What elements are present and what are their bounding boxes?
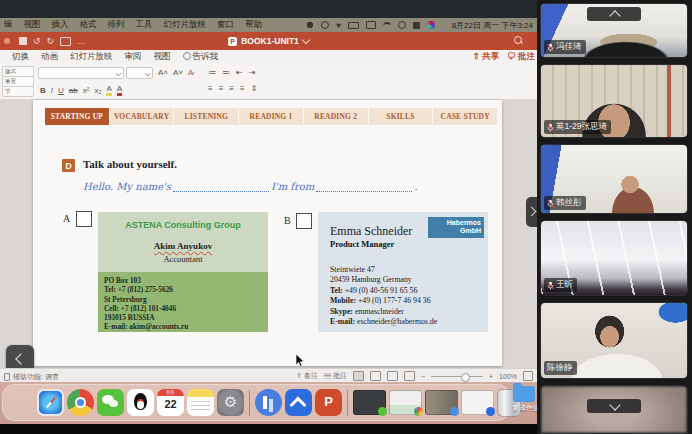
zoom-out-button[interactable]: − — [421, 373, 425, 380]
comments-toggle-button[interactable]: ▤ 批注 — [324, 371, 347, 381]
section-button[interactable]: 节 — [2, 86, 34, 97]
chrome-icon[interactable] — [67, 389, 94, 416]
card-b-line: Mobile: +49 (0) 177-7 46 94 36 — [330, 296, 437, 306]
minimized-window-document[interactable] — [461, 390, 494, 415]
card-b-checkbox[interactable] — [296, 213, 312, 229]
tab-view[interactable]: 视图 — [154, 51, 171, 63]
justify-button[interactable]: ≡ — [240, 84, 246, 93]
font-name-select[interactable] — [38, 67, 124, 79]
app-status-icon[interactable] — [306, 21, 314, 29]
calendar-icon[interactable]: 8月 22 — [157, 389, 184, 416]
zoom-slider[interactable] — [431, 376, 483, 377]
minimized-window-video[interactable] — [425, 390, 458, 415]
comments-button[interactable]: 🗩 批注 — [507, 51, 535, 63]
wechat-icon[interactable] — [97, 389, 124, 416]
menu-arrange[interactable]: 排列 — [108, 19, 125, 31]
minimized-window-browser[interactable] — [389, 390, 422, 415]
record-icon[interactable] — [321, 21, 329, 29]
desktop-folder[interactable]: 翻译作业 — [513, 386, 537, 416]
align-left-button[interactable]: ≡ — [208, 84, 214, 93]
share-button[interactable]: ⇧ 共享 — [473, 51, 499, 63]
align-center-button[interactable]: ≡ — [219, 84, 225, 93]
zoom-in-button[interactable]: + — [489, 373, 493, 380]
strikethrough-button[interactable]: ab — [69, 86, 78, 95]
expand-tiles-button[interactable] — [587, 399, 641, 413]
battery-icon[interactable] — [348, 22, 359, 29]
clear-format-button[interactable]: A̷ — [188, 68, 193, 77]
font-color-button[interactable]: A — [117, 84, 122, 96]
unit-tab-skills[interactable]: SKILLS — [369, 108, 433, 125]
screen: 辑 视图 插入 格式 排列 工具 幻灯片放映 窗口 帮助 ♥ 8月22日 周一 … — [0, 0, 692, 434]
line-spacing-button[interactable]: ⇕ — [251, 84, 259, 93]
system-settings-icon[interactable]: ⚙ — [217, 389, 244, 416]
card-a-checkbox[interactable] — [76, 211, 92, 227]
unit-tab-reading-2[interactable]: READING 2 — [304, 108, 368, 125]
tab-slideshow[interactable]: 幻灯片放映 — [70, 51, 113, 63]
siri-icon[interactable] — [427, 21, 435, 29]
shrink-font-button[interactable]: A˅ — [173, 68, 183, 77]
participant-tile-5[interactable]: 陈徐静 — [540, 302, 688, 379]
indent-decrease-button[interactable]: ⇤ — [236, 68, 244, 77]
align-right-button[interactable]: ≡ — [229, 84, 235, 93]
participant-tile-4[interactable]: 王昕 — [540, 220, 688, 296]
tencent-meeting-icon[interactable] — [285, 389, 312, 416]
safari-icon[interactable] — [37, 389, 64, 416]
highlight-button[interactable]: A — [106, 84, 111, 96]
participant-tile-2[interactable]: 英1-29张思琦 — [540, 64, 688, 138]
spotlight-icon[interactable] — [398, 21, 406, 29]
unit-tab-case-study[interactable]: CASE STUDY — [433, 108, 497, 125]
launchpad-icon[interactable] — [7, 389, 34, 416]
participant-tile-3[interactable]: 韩丝彤 — [540, 144, 688, 214]
notes-app-icon[interactable] — [187, 389, 214, 416]
zoom-level[interactable]: 100% — [499, 373, 517, 380]
slide-sorter-view-button[interactable] — [370, 371, 381, 381]
unit-tab-starting-up[interactable]: STARTING UP — [45, 108, 109, 125]
tab-review[interactable]: 审阅 — [125, 51, 142, 63]
menu-window[interactable]: 窗口 — [217, 19, 234, 31]
heart-icon[interactable]: ♥ — [336, 21, 341, 30]
tab-tell-me[interactable]: 告诉我 — [183, 51, 219, 63]
indent-increase-button[interactable]: ⇥ — [249, 68, 257, 77]
classin-icon[interactable] — [255, 389, 282, 416]
menu-format[interactable]: 格式 — [80, 19, 97, 31]
grow-font-button[interactable]: A˄ — [158, 68, 168, 77]
unit-tab-vocabulary[interactable]: VOCABULARY — [110, 108, 174, 125]
powerpoint-dock-icon[interactable]: P — [315, 389, 342, 416]
menu-tools[interactable]: 工具 — [136, 19, 153, 31]
collapse-tiles-button[interactable] — [587, 7, 641, 21]
title-chevron-down-icon[interactable] — [302, 35, 310, 43]
menu-slideshow[interactable]: 幻灯片放映 — [164, 19, 207, 31]
slideshow-button[interactable] — [404, 371, 415, 381]
numbering-button[interactable]: ≕ — [222, 68, 231, 77]
menu-bar-clock[interactable]: 8月22日 周一 下午3:24 — [452, 18, 533, 32]
menu-help[interactable]: 帮助 — [245, 19, 262, 31]
qq-icon[interactable] — [127, 389, 154, 416]
notes-button[interactable]: ⇧ 备注 — [296, 371, 318, 381]
participant-tile-6[interactable] — [540, 385, 688, 434]
participant-tile-1[interactable]: 冯佳琦 — [540, 3, 688, 58]
underline-button[interactable]: U — [58, 86, 64, 95]
menu-view[interactable]: 视图 — [24, 19, 41, 31]
bullets-button[interactable]: ≔ — [208, 68, 217, 77]
subscript-button[interactable]: x₂ — [94, 86, 101, 95]
unit-tab-listening[interactable]: LISTENING — [174, 108, 238, 125]
camera-icon[interactable] — [366, 21, 376, 29]
zoom-slider-knob[interactable] — [461, 373, 470, 382]
reading-view-button[interactable] — [387, 371, 398, 381]
tab-animations[interactable]: 动画 — [41, 51, 58, 63]
fit-slide-button[interactable] — [523, 371, 533, 381]
search-icon[interactable] — [514, 36, 523, 45]
italic-button[interactable]: I — [51, 86, 53, 95]
tab-transitions[interactable]: 切换 — [12, 51, 29, 63]
input-method-icon[interactable] — [413, 22, 420, 29]
normal-view-button[interactable] — [353, 371, 364, 381]
menu-insert[interactable]: 插入 — [52, 19, 69, 31]
superscript-button[interactable]: x² — [83, 86, 90, 95]
bold-button[interactable]: B — [40, 86, 46, 95]
sidebar-collapse-handle[interactable] — [526, 197, 537, 227]
menu-edit[interactable]: 辑 — [4, 19, 13, 31]
unit-tab-reading-1[interactable]: READING 1 — [239, 108, 303, 125]
wifi-icon[interactable] — [383, 22, 391, 29]
minimized-window-wechat[interactable] — [353, 390, 386, 415]
font-size-select[interactable] — [126, 67, 153, 79]
